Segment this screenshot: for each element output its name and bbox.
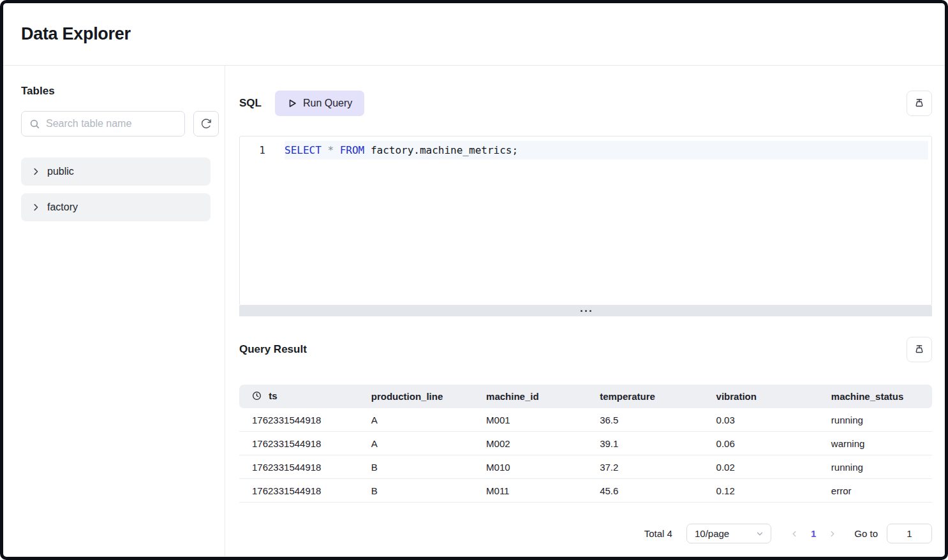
- schema-list: public factory: [21, 158, 211, 221]
- refresh-tables-button[interactable]: [193, 111, 219, 136]
- cell-temperature: 37.2: [587, 455, 703, 479]
- sidebar-title: Tables: [21, 85, 211, 98]
- schema-item-label: public: [47, 166, 74, 177]
- query-result-header: Query Result: [239, 337, 932, 362]
- sql-editor-line: 1 SELECT * FROM factory.machine_metrics;: [240, 141, 931, 159]
- cell-production-line: A: [359, 408, 473, 432]
- result-table-header-row: ts production_line machine_id temperatur…: [239, 385, 932, 408]
- result-table: ts production_line machine_id temperatur…: [239, 385, 932, 503]
- sql-keyword: FROM: [340, 144, 371, 156]
- schema-item-label: factory: [47, 202, 78, 213]
- cell-ts: 1762331544918: [239, 408, 359, 432]
- column-header-production-line: production_line: [359, 385, 473, 408]
- column-header-machine-status: machine_status: [818, 385, 932, 408]
- line-number: 1: [240, 141, 285, 159]
- column-header-vibration: vibration: [704, 385, 818, 408]
- cell-machine-status: running: [818, 455, 932, 479]
- cell-machine-id: M001: [473, 408, 587, 432]
- page-size-value: 10/page: [695, 528, 755, 539]
- column-header-machine-id: machine_id: [473, 385, 587, 408]
- chevron-left-icon: [790, 529, 799, 538]
- sql-label: SQL: [239, 97, 262, 110]
- tables-sidebar: Tables: [3, 66, 225, 556]
- chevron-right-icon: [31, 167, 40, 176]
- cell-ts: 1762331544918: [239, 432, 359, 455]
- cell-vibration: 0.12: [704, 479, 818, 503]
- page-title: Data Explorer: [21, 24, 131, 44]
- app-body: Tables: [3, 66, 945, 556]
- cell-vibration: 0.03: [704, 408, 818, 432]
- cell-temperature: 36.5: [587, 408, 703, 432]
- export-icon: [913, 97, 926, 110]
- cell-temperature: 39.1: [587, 432, 703, 455]
- clock-icon: [252, 392, 264, 402]
- cell-production-line: A: [359, 432, 473, 455]
- table-row: 1762331544918 B M011 45.6 0.12 error: [239, 479, 932, 503]
- chevron-down-icon: [755, 529, 764, 538]
- page-size-select[interactable]: 10/page: [686, 524, 771, 543]
- table-row: 1762331544918 A M002 39.1 0.06 warning: [239, 432, 932, 455]
- column-header-ts: ts: [239, 385, 359, 408]
- sql-code-line[interactable]: SELECT * FROM factory.machine_metrics;: [285, 141, 928, 159]
- cell-machine-status: warning: [818, 432, 932, 455]
- search-input[interactable]: [46, 118, 178, 129]
- cell-machine-id: M010: [473, 455, 587, 479]
- sql-toolbar: SQL Run Query: [239, 91, 932, 116]
- schema-item-public[interactable]: public: [21, 158, 211, 186]
- export-sql-button[interactable]: [907, 91, 932, 116]
- data-explorer-window: Data Explorer Tables: [0, 0, 948, 560]
- previous-page-button[interactable]: [790, 529, 799, 538]
- cell-production-line: B: [359, 479, 473, 503]
- cell-machine-status: error: [818, 479, 932, 503]
- cell-production-line: B: [359, 455, 473, 479]
- table-row: 1762331544918 A M001 36.5 0.03 running: [239, 408, 932, 432]
- pagination: Total 4 10/page 1: [239, 524, 932, 543]
- query-result-title: Query Result: [239, 343, 307, 356]
- goto-page-input[interactable]: [887, 524, 932, 543]
- main-panel: SQL Run Query: [225, 66, 945, 556]
- sql-operator: *: [327, 144, 339, 156]
- current-page-button[interactable]: 1: [811, 528, 816, 539]
- search-icon: [29, 119, 40, 129]
- cell-ts: 1762331544918: [239, 479, 359, 503]
- sql-identifier: factory.machine_metrics;: [371, 144, 518, 156]
- table-search-box[interactable]: [21, 111, 185, 136]
- export-result-button[interactable]: [907, 337, 932, 362]
- goto-page-label: Go to: [854, 528, 878, 539]
- cell-vibration: 0.02: [704, 455, 818, 479]
- play-icon: [287, 98, 297, 108]
- cell-vibration: 0.06: [704, 432, 818, 455]
- cell-temperature: 45.6: [587, 479, 703, 503]
- resize-handle-dots: [585, 310, 587, 312]
- next-page-button[interactable]: [828, 529, 837, 538]
- chevron-right-icon: [828, 529, 837, 538]
- cell-machine-id: M002: [473, 432, 587, 455]
- export-icon: [913, 343, 926, 356]
- cell-machine-id: M011: [473, 479, 587, 503]
- pagination-total: Total 4: [644, 528, 672, 539]
- run-query-button[interactable]: Run Query: [275, 91, 364, 116]
- schema-item-factory[interactable]: factory: [21, 193, 211, 221]
- table-search-row: [21, 111, 211, 136]
- resize-handle-dots: [581, 310, 582, 312]
- sql-keyword: SELECT: [285, 144, 327, 156]
- chevron-right-icon: [31, 203, 40, 212]
- sql-editor[interactable]: 1 SELECT * FROM factory.machine_metrics;: [239, 136, 932, 306]
- editor-resize-handle[interactable]: [239, 306, 932, 316]
- table-row: 1762331544918 B M010 37.2 0.02 running: [239, 455, 932, 479]
- app-header: Data Explorer: [3, 3, 945, 66]
- cell-machine-status: running: [818, 408, 932, 432]
- refresh-icon: [200, 118, 212, 129]
- resize-handle-dots: [589, 310, 591, 312]
- cell-ts: 1762331544918: [239, 455, 359, 479]
- run-query-label: Run Query: [303, 98, 352, 109]
- column-header-temperature: temperature: [587, 385, 703, 408]
